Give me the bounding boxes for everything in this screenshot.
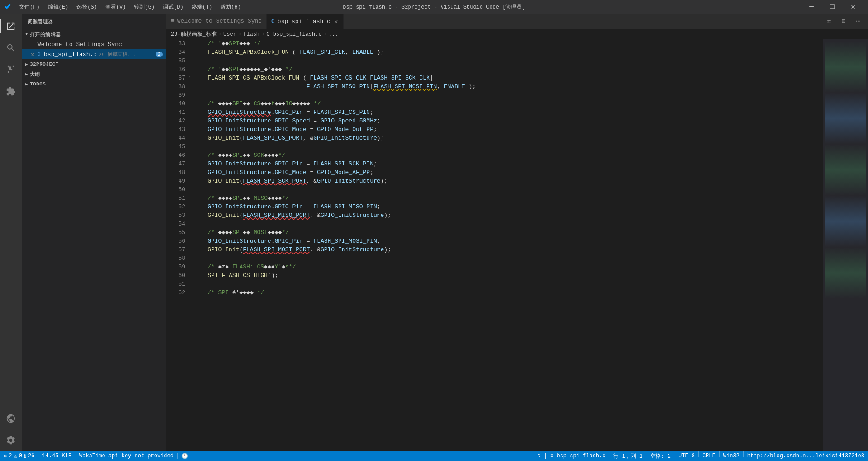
menu-goto[interactable]: 转到(G) <box>130 2 158 12</box>
status-wakatime[interactable]: WakaTime api key not provided <box>75 451 177 461</box>
code-line-62: /* SPI é'◆◆◆◆ */ <box>193 288 823 297</box>
title-bar-title: bsp_spi_flash.c - 32project - Visual Stu… <box>343 3 525 11</box>
activity-remote[interactable] <box>0 408 22 429</box>
code-line-42: GPIO_InitStructure.GPIO_Speed = GPIO_Spe… <box>193 117 823 125</box>
more-actions-button[interactable]: ⋯ <box>852 16 864 26</box>
split-editor-button[interactable]: ⇄ <box>823 16 835 26</box>
chevron-right-icon-2: ▶ <box>25 72 28 77</box>
warning-count: 0 <box>19 453 22 459</box>
encoding-label: UTF-8 <box>679 453 695 459</box>
code-line-39 <box>193 91 823 99</box>
minimize-button[interactable]: ─ <box>801 0 822 14</box>
code-editor[interactable]: 33 34 35 36 37 38 39 40 41 42 43 44 45 4… <box>166 39 868 451</box>
status-encoding[interactable]: UTF-8 <box>675 451 698 461</box>
breadcrumb-item-2[interactable]: User <box>223 31 236 38</box>
code-line-49: GPIO_Init(FLASH_SPI_SCK_PORT, &GPIO_Init… <box>193 177 823 185</box>
32project-header[interactable]: ▶ 32PROJECT <box>22 59 166 69</box>
status-url[interactable]: http://blog.csdn.n...leixisi413721o8 <box>744 451 868 461</box>
platform-label: Win32 <box>723 453 740 459</box>
menu-help[interactable]: 帮助(H) <box>217 2 245 12</box>
menu-bar: 文件(F) 编辑(E) 选择(S) 查看(V) 转到(G) 调试(D) 终端(T… <box>15 2 245 12</box>
breadcrumb-sep-4: › <box>324 31 327 38</box>
breadcrumb-sep-2: › <box>238 31 241 38</box>
code-area[interactable]: /* '◆◆SPI◆◆◆ */ FLASH_SPI_APBxClock_FUN … <box>189 39 823 451</box>
code-line-57: GPIO_Init(FLASH_SPI_MOSI_PORT, &GPIO_Ini… <box>193 245 823 254</box>
breadcrumb-sep-3: › <box>261 31 264 38</box>
code-line-33: /* '◆◆SPI◆◆◆ */ <box>193 39 823 48</box>
activity-source-control[interactable] <box>0 59 22 80</box>
activity-settings[interactable] <box>0 429 22 451</box>
code-line-44: GPIO_Init(FLASH_SPI_CS_PORT, &GPIO_InitS… <box>193 134 823 142</box>
outline-header[interactable]: ▶ 大纲 <box>22 69 166 79</box>
activity-extensions[interactable] <box>0 80 22 102</box>
status-language[interactable]: c | ≡ bsp_spi_flash.c <box>533 451 609 461</box>
code-line-43: GPIO_InitStructure.GPIO_Mode = GPIO_Mode… <box>193 125 823 134</box>
tab-c-icon: C <box>271 18 275 25</box>
menu-debug[interactable]: 调试(D) <box>159 2 187 12</box>
activity-explorer[interactable] <box>0 15 22 37</box>
code-line-48: GPIO_InitStructure.GPIO_Mode = GPIO_Mode… <box>193 168 823 177</box>
code-line-51: /* ◆◆◆◆SPI◆◆ MISO◆◆◆◆*/ <box>193 194 823 202</box>
spaces-label: 空格: 2 <box>650 452 671 460</box>
sidebar-item-bsp-spi[interactable]: ✕ C bsp_spi_flash.c 29-触摸画板... 2 <box>22 49 166 59</box>
code-line-56: GPIO_InitStructure.GPIO_Pin = FLASH_SPI_… <box>193 237 823 245</box>
menu-terminal[interactable]: 终端(T) <box>188 2 216 12</box>
menu-edit[interactable]: 编辑(E) <box>44 2 72 12</box>
sidebar-item-label: Welcome to Settings Sync <box>38 41 122 48</box>
close-file-icon[interactable]: ✕ <box>31 51 34 58</box>
tab-label: Welcome to Settings Sync <box>177 18 262 24</box>
info-count: 26 <box>28 453 34 459</box>
close-button[interactable]: ✕ <box>843 0 863 14</box>
status-spaces[interactable]: 空格: 2 <box>646 451 675 461</box>
status-eol[interactable]: CRLF <box>699 451 719 461</box>
code-line-53: GPIO_Init(FLASH_SPI_MISO_PORT, &GPIO_Ini… <box>193 211 823 220</box>
sidebar-item-settings-sync[interactable]: ≡ Welcome to Settings Sync <box>22 39 166 49</box>
tab-settings-sync[interactable]: ≡ Welcome to Settings Sync <box>166 14 267 29</box>
error-icon: ⊗ <box>4 453 7 460</box>
breadcrumb-item-1[interactable]: 29-触摸画板_标准 <box>171 30 217 38</box>
activity-search[interactable] <box>0 37 22 59</box>
minimap <box>823 39 868 451</box>
code-line-54 <box>193 220 823 228</box>
status-errors[interactable]: ⊗ 2 ⚠ 0 ℹ 26 <box>0 451 38 461</box>
sidebar-open-editors: ▼ 打开的编辑器 ≡ Welcome to Settings Sync ✕ C … <box>22 29 166 59</box>
tab-close-button[interactable]: ✕ <box>333 17 339 26</box>
code-line-61 <box>193 280 823 288</box>
code-line-50 <box>193 185 823 194</box>
breadcrumb-item-3[interactable]: flash <box>243 31 259 38</box>
breadcrumb-item-4[interactable]: C bsp_spi_flash.c <box>266 31 321 38</box>
code-line-46: /* ◆◆◆◆SPI◆◆ SCK◆◆◆◆*/ <box>193 151 823 160</box>
settings-sync-icon: ≡ <box>31 42 34 47</box>
status-line-col[interactable]: 行 1，列 1 <box>609 451 646 461</box>
chevron-down-icon: ▼ <box>25 32 28 37</box>
filesize-label: 14.45 KiB <box>42 453 71 459</box>
menu-view[interactable]: 查看(V) <box>102 2 130 12</box>
breadcrumb-sep-1: › <box>218 31 222 38</box>
title-bar-controls: ─ □ ✕ <box>801 0 863 14</box>
line-numbers: 33 34 35 36 37 38 39 40 41 42 43 44 45 4… <box>166 39 189 451</box>
status-platform[interactable]: Win32 <box>720 451 743 461</box>
toggle-layout-button[interactable]: ⊞ <box>837 16 850 26</box>
language-label: c | ≡ bsp_spi_flash.c <box>537 453 605 459</box>
code-line-34: FLASH_SPI_APBxClock_FUN ( FLASH_SPI_CLK,… <box>193 48 823 56</box>
tab-bar: ≡ Welcome to Settings Sync C bsp_spi_fla… <box>166 14 868 29</box>
status-filesize[interactable]: 14.45 KiB <box>38 451 75 461</box>
todos-header[interactable]: ▶ TODOS <box>22 79 166 89</box>
menu-select[interactable]: 选择(S) <box>73 2 101 12</box>
code-line-37: ▼ FLASH_SPI_CS_APBxClock_FUN ( FLASH_SPI… <box>193 74 823 82</box>
status-clock-icon[interactable]: 🕐 <box>178 451 192 461</box>
menu-file[interactable]: 文件(F) <box>15 2 43 12</box>
code-line-45 <box>193 142 823 151</box>
chevron-right-icon: ▶ <box>25 62 28 67</box>
breadcrumb-item-5[interactable]: ... <box>329 31 339 38</box>
tab-sync-icon: ≡ <box>171 18 175 24</box>
warning-icon: ⚠ <box>14 453 17 460</box>
tab-bsp-spi[interactable]: C bsp_spi_flash.c ✕ <box>267 14 344 29</box>
editor-area: ≡ Welcome to Settings Sync C bsp_spi_fla… <box>166 14 868 451</box>
url-label: http://blog.csdn.n...leixisi413721o8 <box>747 453 864 459</box>
code-line-38: FLASH_SPI_MISO_PIN|FLASH_SPI_MOSI_PIN, E… <box>193 82 823 91</box>
maximize-button[interactable]: □ <box>822 0 843 14</box>
open-editors-header[interactable]: ▼ 打开的编辑器 <box>22 29 166 39</box>
code-line-55: /* ◆◆◆◆SPI◆◆ MOSI◆◆◆◆*/ <box>193 228 823 237</box>
minimap-content <box>823 39 868 301</box>
